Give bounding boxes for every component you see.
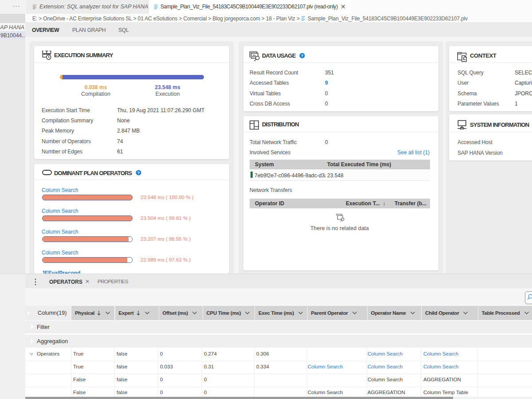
svg-text:?: ? — [137, 171, 140, 175]
svg-text:?: ? — [301, 54, 303, 58]
